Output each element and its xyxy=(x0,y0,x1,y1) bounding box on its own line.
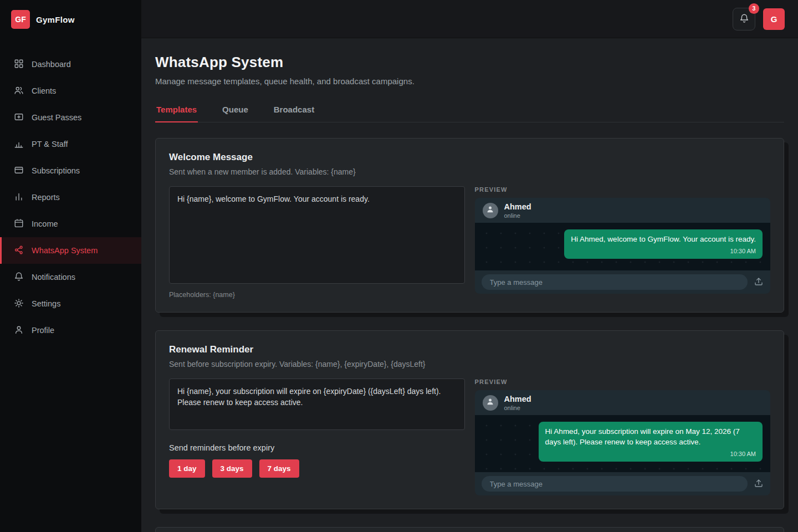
contact-avatar xyxy=(483,203,498,218)
placeholders-note: Placeholders: {name} xyxy=(169,291,465,299)
chat-body: Hi Ahmed, your subscription will expire … xyxy=(475,415,771,472)
sidebar-item-label: Reports xyxy=(32,193,60,202)
sidebar-item-label: PT & Staff xyxy=(32,140,68,149)
outgoing-message-bubble: Hi Ahmed, welcome to GymFlow. Your accou… xyxy=(564,229,763,259)
message-text: Hi Ahmed, welcome to GymFlow. Your accou… xyxy=(571,235,756,243)
topbar: 3 G xyxy=(141,0,798,38)
card-title: Renewal Reminder xyxy=(169,344,770,355)
whatsapp-preview: Ahmed online Hi Ahmed, your subscription… xyxy=(475,390,771,495)
upload-icon xyxy=(754,277,764,288)
contact-name: Ahmed xyxy=(504,202,531,211)
tab-bar: Templates Queue Broadcast xyxy=(155,105,784,122)
message-time: 10:30 AM xyxy=(545,450,756,458)
brand-logo: GF xyxy=(11,10,30,29)
sidebar-item-label: Settings xyxy=(32,299,60,308)
contact-status: online xyxy=(504,405,531,411)
brand: GF GymFlow xyxy=(0,10,141,29)
preview-label: PREVIEW xyxy=(475,378,771,385)
sidebar-item-profile[interactable]: Profile xyxy=(0,317,141,344)
person-icon xyxy=(486,205,494,216)
sidebar-item-clients[interactable]: Clients xyxy=(0,78,141,104)
main-content: WhatsApp System Manage message templates… xyxy=(141,38,798,532)
upload-icon xyxy=(754,478,764,490)
renewal-template-textarea[interactable]: Hi {name}, your subscription will expire… xyxy=(169,378,465,430)
reminder-3-days-button[interactable]: 3 days xyxy=(212,459,252,478)
template-card-partially-visible xyxy=(155,527,784,532)
sidebar: GF GymFlow Dashboard Clients Guest Passe… xyxy=(0,0,141,532)
clients-icon xyxy=(14,85,24,97)
bell-icon xyxy=(14,272,24,283)
chat-header: Ahmed online xyxy=(475,198,771,223)
tab-templates[interactable]: Templates xyxy=(155,105,198,122)
sidebar-nav: Dashboard Clients Guest Passes PT & Staf… xyxy=(0,51,141,344)
reminder-1-day-button[interactable]: 1 day xyxy=(169,459,205,478)
chat-input-row xyxy=(475,472,771,495)
sidebar-item-dashboard[interactable]: Dashboard xyxy=(0,51,141,78)
chat-message-input[interactable] xyxy=(482,274,748,290)
guest-passes-icon xyxy=(14,112,24,124)
card-description: Sent before subscription expiry. Variabl… xyxy=(169,360,770,369)
sidebar-item-whatsapp-system[interactable]: WhatsApp System xyxy=(0,237,141,264)
chat-body: Hi Ahmed, welcome to GymFlow. Your accou… xyxy=(475,223,771,270)
brand-name: GymFlow xyxy=(36,15,75,24)
reminder-7-days-button[interactable]: 7 days xyxy=(259,459,299,478)
page-title: WhatsApp System xyxy=(155,54,784,71)
tab-broadcast[interactable]: Broadcast xyxy=(273,105,315,122)
sidebar-item-guest-passes[interactable]: Guest Passes xyxy=(0,104,141,131)
whatsapp-share-icon xyxy=(14,245,24,257)
chat-header: Ahmed online xyxy=(475,390,771,415)
pt-staff-icon xyxy=(14,139,24,150)
tab-queue[interactable]: Queue xyxy=(221,105,249,122)
income-icon xyxy=(14,218,24,230)
chat-input-row xyxy=(475,270,771,294)
person-icon xyxy=(486,397,494,408)
welcome-template-textarea[interactable]: Hi {name}, welcome to GymFlow. Your acco… xyxy=(169,186,465,284)
sidebar-item-label: Notifications xyxy=(32,273,75,282)
contact-status: online xyxy=(504,212,531,219)
contact-avatar xyxy=(483,395,498,411)
template-card-welcome-message: Welcome Message Sent when a new member i… xyxy=(155,138,784,313)
sidebar-item-label: Income xyxy=(32,219,58,228)
whatsapp-preview: Ahmed online Hi Ahmed, welcome to GymFlo… xyxy=(475,198,771,294)
template-card-renewal-reminder: Renewal Reminder Sent before subscriptio… xyxy=(155,330,784,509)
message-text: Hi Ahmed, your subscription will expire … xyxy=(545,427,740,446)
settings-icon xyxy=(14,298,24,310)
reminder-buttons: 1 day 3 days 7 days xyxy=(169,459,465,478)
sidebar-item-label: Subscriptions xyxy=(32,166,80,175)
sidebar-item-label: Guest Passes xyxy=(32,113,81,122)
notification-count-badge: 3 xyxy=(749,3,759,14)
subscriptions-icon xyxy=(14,165,24,177)
chat-message-input[interactable] xyxy=(482,476,748,492)
reminders-label: Send reminders before expiry xyxy=(169,443,465,452)
dashboard-icon xyxy=(14,59,24,70)
sidebar-item-notifications[interactable]: Notifications xyxy=(0,264,141,290)
bell-icon xyxy=(739,13,749,25)
card-description: Sent when a new member is added. Variabl… xyxy=(169,167,770,176)
profile-icon xyxy=(14,325,24,336)
sidebar-item-label: WhatsApp System xyxy=(32,246,98,255)
contact-name: Ahmed xyxy=(504,395,531,403)
send-message-button[interactable] xyxy=(754,478,764,490)
message-time: 10:30 AM xyxy=(571,247,756,255)
sidebar-item-pt-staff[interactable]: PT & Staff xyxy=(0,131,141,157)
page-subtitle: Manage message templates, queue health, … xyxy=(155,76,784,86)
user-avatar[interactable]: G xyxy=(763,8,785,30)
reports-icon xyxy=(14,192,24,203)
card-title: Welcome Message xyxy=(169,152,770,163)
sidebar-item-income[interactable]: Income xyxy=(0,211,141,237)
send-message-button[interactable] xyxy=(754,277,764,288)
sidebar-item-label: Dashboard xyxy=(32,60,71,69)
sidebar-item-label: Profile xyxy=(32,326,54,335)
outgoing-message-bubble: Hi Ahmed, your subscription will expire … xyxy=(539,422,763,462)
sidebar-item-label: Clients xyxy=(32,86,56,95)
sidebar-item-reports[interactable]: Reports xyxy=(0,184,141,211)
sidebar-item-settings[interactable]: Settings xyxy=(0,290,141,317)
sidebar-item-subscriptions[interactable]: Subscriptions xyxy=(0,157,141,184)
preview-label: PREVIEW xyxy=(475,186,771,193)
